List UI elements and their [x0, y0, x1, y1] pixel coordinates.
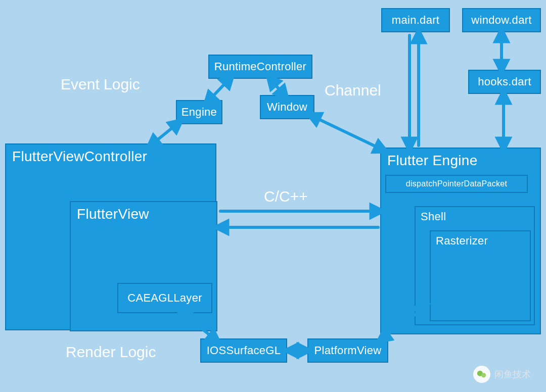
label: Rasterizer [436, 234, 488, 248]
label: dispatchPointerDataPacket [406, 179, 508, 188]
label: window.dart [471, 14, 531, 27]
label-event-logic: Event Logic [61, 76, 140, 93]
node-window: Window [260, 95, 314, 119]
label: FlutterViewController [12, 149, 147, 165]
svg-line-1 [208, 79, 230, 101]
wechat-icon [473, 366, 490, 383]
label: Shell [421, 210, 446, 223]
label: CAEAGLLayer [127, 291, 202, 305]
svg-point-14 [481, 373, 486, 377]
node-platform-view: PlatformView [307, 338, 388, 363]
label-ccpp: C/C++ [264, 188, 308, 205]
label: Window [267, 101, 307, 114]
label: RuntimeController [214, 60, 306, 73]
diagram-canvas: { "labels": { "event_logic": "Event Logi… [0, 0, 546, 392]
node-window-dart: window.dart [462, 8, 541, 32]
label: hooks.dart [478, 75, 531, 88]
node-dispatch-pointer: dispatchPointerDataPacket [385, 175, 528, 193]
node-rasterizer: Rasterizer [430, 230, 531, 321]
node-hooks-dart: hooks.dart [468, 70, 541, 94]
label: PlatformView [314, 344, 382, 357]
label: IOSSurfaceGL [207, 344, 281, 357]
label: main.dart [392, 14, 439, 27]
label: FlutterView [77, 206, 149, 222]
svg-line-2 [271, 80, 284, 95]
label: Engine [181, 106, 217, 119]
label-channel: Channel [325, 82, 381, 99]
wechat-watermark: 闲鱼技术 [473, 366, 531, 383]
label-render-logic: Render Logic [66, 344, 156, 361]
wechat-text: 闲鱼技术 [494, 368, 531, 380]
svg-line-3 [312, 116, 382, 150]
label: Flutter Engine [387, 153, 478, 169]
node-engine: Engine [176, 100, 222, 124]
node-runtime-controller: RuntimeController [208, 55, 312, 79]
node-main-dart: main.dart [381, 8, 450, 32]
node-iosurfacegl: IOSSurfaceGL [200, 338, 287, 363]
svg-line-0 [152, 123, 178, 144]
node-caeagllayer: CAEAGLLayer [117, 283, 212, 313]
